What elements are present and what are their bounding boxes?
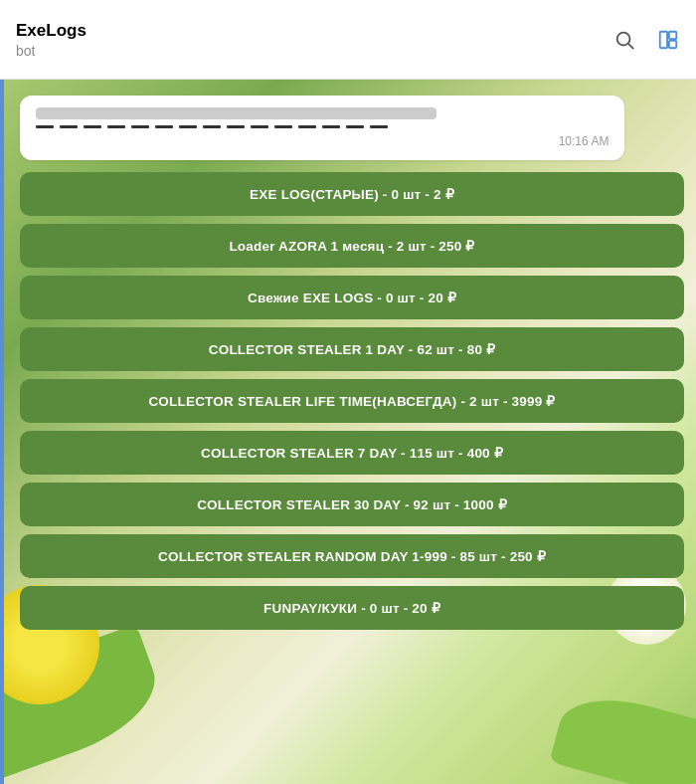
message-bubble: 10:16 AM [20,96,624,160]
bot-button-collector-random[interactable]: COLLECTOR STEALER RANDOM DAY 1-999 - 85 … [20,534,684,578]
dash-7 [179,125,197,128]
dash-10 [251,125,268,128]
app-title: ExeLogs [16,21,87,41]
dash-2 [60,125,78,128]
svg-point-0 [617,32,630,45]
svg-rect-4 [669,40,676,47]
dash-14 [346,125,364,128]
message-timestamp: 10:16 AM [36,134,609,148]
bot-button-exe-log-old[interactable]: EXE LOG(СТАРЫЕ) - 0 шт - 2 ₽ [20,172,684,216]
dash-8 [203,125,221,128]
header: ExeLogs bot [0,0,696,80]
dash-6 [155,125,173,128]
bot-button-collector-lifetime[interactable]: COLLECTOR STEALER LIFE TIME(НАВСЕГДА) - … [20,379,684,423]
header-actions [612,28,680,52]
message-dash-row [36,125,609,128]
dash-15 [370,125,388,128]
dash-4 [107,125,125,128]
svg-rect-3 [669,31,676,38]
header-subtitle: bot [16,43,87,59]
dash-12 [298,125,316,128]
bot-button-loader-azora[interactable]: Loader AZORA 1 месяц - 2 шт - 250 ₽ [20,224,684,268]
dash-13 [322,125,340,128]
dash-3 [84,125,101,128]
dash-1 [36,125,54,128]
bot-button-collector-30day[interactable]: COLLECTOR STEALER 30 DAY - 92 шт - 1000 … [20,483,684,526]
search-icon [613,29,635,51]
message-text-redacted-1 [36,107,436,119]
bot-button-collector-7day[interactable]: COLLECTOR STEALER 7 DAY - 115 шт - 400 ₽ [20,431,684,475]
dash-9 [227,125,245,128]
svg-line-1 [628,44,633,49]
bot-button-funpay-kuki[interactable]: FUNPAY/КУКИ - 0 шт - 20 ₽ [20,586,684,630]
bot-button-collector-1day[interactable]: COLLECTOR STEALER 1 DAY - 62 шт - 80 ₽ [20,327,684,371]
left-accent-bar [0,80,4,784]
svg-rect-2 [660,31,667,48]
layout-icon [657,29,679,51]
dash-11 [274,125,292,128]
search-button[interactable] [612,28,636,52]
bot-button-list: EXE LOG(СТАРЫЕ) - 0 шт - 2 ₽Loader AZORA… [16,172,688,630]
bot-button-fresh-exe-logs[interactable]: Свежие EXE LOGS - 0 шт - 20 ₽ [20,276,684,319]
dash-5 [131,125,149,128]
layout-button[interactable] [656,28,680,52]
chat-content: 10:16 AM EXE LOG(СТАРЫЕ) - 0 шт - 2 ₽Loa… [0,80,696,646]
chat-area: 10:16 AM EXE LOG(СТАРЫЕ) - 0 шт - 2 ₽Loa… [0,80,696,784]
header-info: ExeLogs bot [16,21,87,59]
